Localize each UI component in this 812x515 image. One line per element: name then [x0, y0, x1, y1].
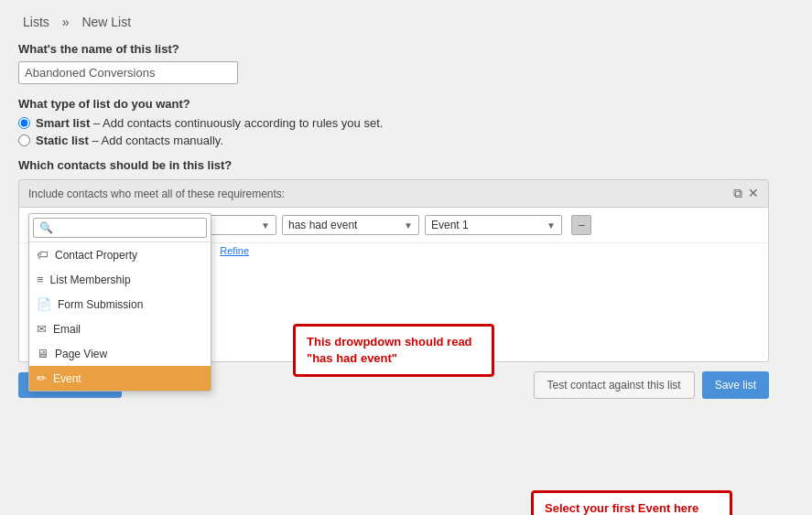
- email-icon: ✉: [37, 322, 47, 336]
- dropdown-item-contact-property[interactable]: 🏷 Contact Property: [29, 242, 211, 267]
- right-buttons: Test contact against this list Save list: [534, 371, 769, 399]
- list-name-input[interactable]: [18, 61, 238, 84]
- dropdown-item-label: Page View: [55, 348, 107, 360]
- form-submission-icon: 📄: [37, 297, 51, 311]
- dropdown-search-container: [29, 214, 211, 242]
- breadcrumb-lists: Lists: [23, 15, 49, 29]
- breadcrumb: Lists » New List: [18, 15, 794, 29]
- dropdown-item-list-membership[interactable]: ≡ List Membership: [29, 267, 211, 292]
- event-name-dropdown-arrow: ▼: [547, 220, 556, 231]
- dropdown-item-email[interactable]: ✉ Email: [29, 317, 211, 341]
- breadcrumb-separator: »: [62, 15, 70, 29]
- condition-dropdown-arrow: ▼: [404, 220, 413, 231]
- save-list-button[interactable]: Save list: [702, 371, 769, 399]
- category-dropdown-menu: 🏷 Contact Property ≡ List Membership 📄 F…: [28, 213, 211, 392]
- event-name-dropdown[interactable]: Event 1 ▼: [425, 215, 562, 235]
- name-question-label: What's the name of this list?: [18, 42, 794, 56]
- static-list-desc: – Add contacts manually.: [92, 134, 223, 147]
- smart-list-radio[interactable]: [18, 117, 30, 129]
- contact-dropdown-arrow: ▼: [261, 220, 270, 231]
- dropdown-item-label: Form Submission: [58, 298, 143, 311]
- dropdown-search-input[interactable]: [33, 218, 207, 238]
- dropdown-item-label: List Membership: [50, 274, 131, 286]
- form-section: What's the name of this list? What type …: [18, 42, 794, 172]
- dropdown-item-form-submission[interactable]: 📄 Form Submission: [29, 292, 211, 317]
- callout-dropdown-text: This drowpdown should read "has had even…: [307, 335, 472, 365]
- dropdown-item-label: Contact Property: [55, 249, 137, 262]
- event-name-label: Event 1: [431, 219, 469, 231]
- callout-event-text: Select your first Event here: [545, 501, 698, 515]
- event-icon: ✏: [37, 371, 47, 385]
- copy-icon[interactable]: ⧉: [733, 186, 742, 201]
- callout-event: Select your first Event here: [531, 490, 732, 515]
- smart-list-label: Smart list: [36, 116, 90, 130]
- page-view-icon: 🖥: [37, 347, 49, 360]
- requirements-container: This drowpdown should read "has had even…: [18, 179, 794, 399]
- requirements-header: Include contacts who meet all of these r…: [19, 180, 768, 208]
- dropdown-item-label: Event: [53, 372, 81, 385]
- requirements-header-text: Include contacts who meet all of these r…: [28, 188, 285, 200]
- list-membership-icon: ≡: [37, 273, 44, 286]
- smart-list-desc: – Add contacts continuously according to…: [93, 116, 384, 130]
- refine-link[interactable]: Refine: [220, 245, 249, 256]
- static-list-radio[interactable]: [18, 134, 30, 146]
- callout-dropdown: This drowpdown should read "has had even…: [293, 324, 494, 377]
- close-icon[interactable]: ✕: [748, 186, 759, 201]
- smart-list-option[interactable]: Smart list – Add contacts continuously a…: [18, 116, 794, 130]
- condition-label: has had event: [288, 219, 357, 231]
- test-contact-button[interactable]: Test contact against this list: [534, 371, 695, 399]
- type-question-label: What type of list do you want?: [18, 97, 794, 111]
- contact-property-icon: 🏷: [37, 248, 49, 262]
- header-icons: ⧉ ✕: [733, 186, 759, 201]
- contacts-question-label: Which contacts should be in this list?: [18, 158, 794, 172]
- remove-requirement-button[interactable]: −: [571, 215, 591, 235]
- static-list-label: Static list: [36, 134, 89, 147]
- dropdown-item-event[interactable]: ✏ Event: [29, 366, 211, 391]
- dropdown-item-page-view[interactable]: 🖥 Page View: [29, 341, 211, 366]
- condition-dropdown[interactable]: has had event ▼: [282, 215, 419, 235]
- dropdown-item-label: Email: [53, 323, 81, 336]
- breadcrumb-current: New List: [81, 15, 131, 29]
- static-list-option[interactable]: Static list – Add contacts manually.: [18, 134, 794, 147]
